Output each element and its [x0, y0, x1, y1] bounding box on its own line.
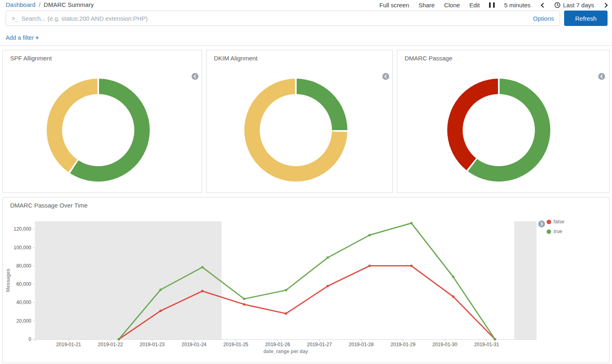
svg-text:date_range per day: date_range per day [263, 349, 308, 354]
svg-text:2019-01-25: 2019-01-25 [223, 342, 248, 347]
divider [0, 45, 612, 46]
donut-hole [260, 94, 332, 166]
add-filter-link[interactable]: Add a filter+ [6, 34, 39, 41]
breadcrumb-dashboard-link[interactable]: Dashboard [6, 1, 35, 8]
breadcrumb-current: DMARC Summary [44, 1, 94, 8]
chart-legend: falsetrue [547, 219, 564, 234]
full-screen-button[interactable]: Full screen [379, 2, 409, 9]
donut-hole [463, 94, 535, 166]
svg-text:2019-01-28: 2019-01-28 [349, 342, 374, 347]
panel-title: DKIM Alignment [214, 55, 258, 62]
edit-button[interactable]: Edit [469, 2, 480, 9]
svg-text:2019-01-29: 2019-01-29 [390, 342, 416, 347]
refresh-button[interactable]: Refresh [564, 11, 608, 26]
svg-text:2019-01-26: 2019-01-26 [265, 342, 290, 347]
search-input[interactable] [22, 15, 533, 22]
kibana-dashboard: Dashboard / DMARC Summary Full screen Sh… [0, 0, 612, 364]
breadcrumb-separator: / [39, 1, 40, 8]
svg-text:2019-01-22: 2019-01-22 [98, 342, 123, 347]
chevron-left-icon [193, 75, 197, 78]
panel-dmarc-passage-over-time: DMARC Passage Over Time 2019-01-212019-0… [2, 197, 610, 363]
legend-collapse-icon[interactable] [598, 73, 605, 80]
plus-icon: + [35, 34, 39, 41]
legend-dot-icon [547, 229, 551, 234]
svg-text:2019-01-30: 2019-01-30 [432, 342, 457, 347]
share-button[interactable]: Share [418, 2, 435, 9]
legend-item-true[interactable]: true [547, 229, 564, 234]
chevron-right-icon [540, 222, 543, 226]
console-prompt-icon: >_ [12, 15, 17, 21]
refresh-interval-button[interactable]: 5 minutes [504, 2, 530, 9]
panel-title: SPF Allignment [10, 55, 52, 62]
legend-item-false[interactable]: false [547, 219, 564, 225]
line-chart: 2019-01-212019-01-222019-01-232019-01-24… [3, 197, 609, 363]
legend-collapse-icon[interactable] [192, 73, 198, 80]
add-filter-label: Add a filter [6, 34, 34, 41]
clock-icon [554, 2, 560, 8]
options-link[interactable]: Options [533, 15, 554, 22]
top-nav: Dashboard / DMARC Summary Full screen Sh… [0, 0, 612, 10]
chevron-left-icon [384, 75, 388, 78]
svg-text:80,000: 80,000 [16, 263, 31, 269]
donut-hole [62, 94, 134, 166]
dkim-donut-chart[interactable] [244, 79, 347, 182]
spf-donut-chart[interactable] [47, 79, 150, 182]
svg-text:0: 0 [28, 336, 31, 342]
search-bar: >_ Options [6, 11, 560, 26]
svg-text:40,000: 40,000 [16, 300, 31, 305]
dmarc-donut-chart[interactable] [447, 79, 550, 182]
svg-text:2019-01-27: 2019-01-27 [307, 342, 332, 347]
chevron-right-icon [603, 2, 609, 8]
pause-icon[interactable] [489, 2, 495, 8]
legend-label: false [554, 219, 564, 225]
chevron-left-icon [540, 2, 545, 8]
time-range-button[interactable]: Last 7 days [554, 2, 594, 9]
svg-text:2019-01-21: 2019-01-21 [56, 342, 81, 347]
time-forward-button[interactable] [603, 2, 609, 8]
panel-spf-allignment: SPF Allignment [2, 50, 202, 193]
svg-text:2019-01-24: 2019-01-24 [181, 342, 207, 347]
svg-text:20,000: 20,000 [16, 318, 31, 324]
clone-button[interactable]: Clone [444, 2, 460, 9]
legend-label: true [554, 229, 562, 234]
svg-text:100,000: 100,000 [14, 245, 32, 251]
legend-collapse-icon[interactable] [382, 73, 389, 80]
panel-dmarc-passage: DMARC Passage [397, 50, 610, 193]
time-back-button[interactable] [540, 2, 545, 8]
svg-text:60,000: 60,000 [16, 281, 31, 287]
chevron-left-icon [600, 75, 603, 78]
breadcrumb: Dashboard / DMARC Summary [6, 1, 94, 8]
svg-text:2019-01-31: 2019-01-31 [474, 342, 499, 347]
panel-dkim-alignment: DKIM Alignment [206, 50, 393, 193]
legend-dot-icon [547, 220, 551, 224]
svg-text:2019-01-23: 2019-01-23 [140, 342, 165, 347]
svg-text:Messages: Messages [5, 268, 11, 292]
legend-expand-icon[interactable] [538, 221, 545, 227]
nav-menu: Full screen Share Clone Edit 5 minutes L… [379, 0, 609, 10]
panel-title: DMARC Passage [405, 55, 453, 62]
svg-text:120,000: 120,000 [14, 226, 32, 232]
